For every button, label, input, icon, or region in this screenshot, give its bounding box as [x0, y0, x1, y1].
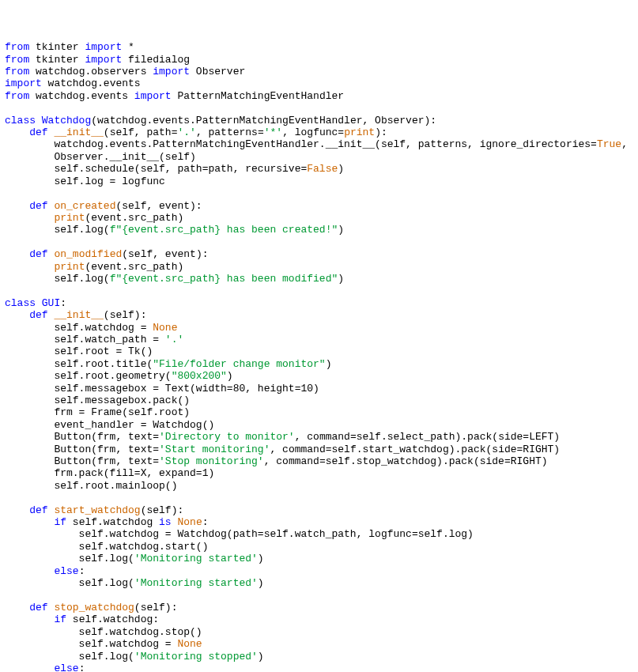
code-line[interactable]: self.watchdog = None: [5, 322, 633, 334]
code-line[interactable]: if self.watchdog is None:: [5, 516, 633, 528]
code-token: "File/folder change monitor": [153, 358, 325, 370]
code-token: ): [313, 383, 319, 395]
code-token: :: [79, 565, 85, 577]
code-token: 'Stop monitoring': [159, 455, 264, 467]
code-line[interactable]: self.watchdog = None: [5, 638, 633, 650]
code-line[interactable]: self.root.geometry("800x200"): [5, 370, 633, 382]
code-token: frm = Frame(self.root): [5, 406, 190, 418]
code-line[interactable]: self.log('Monitoring stopped'): [5, 651, 633, 663]
code-token: def: [29, 602, 54, 613]
code-line[interactable]: [5, 102, 633, 114]
code-line[interactable]: def start_watchdog(self):: [5, 504, 633, 516]
code-line[interactable]: from watchdog.observers import Observer: [5, 66, 633, 77]
code-token: def: [29, 126, 54, 138]
code-line[interactable]: def on_modified(self, event):: [5, 248, 633, 260]
code-line[interactable]: class GUI:: [5, 297, 633, 309]
code-line[interactable]: class Watchdog(watchdog.events.PatternMa…: [5, 115, 633, 126]
code-token: print: [54, 261, 85, 273]
code-token: event_handler = Watchdog(): [5, 419, 214, 431]
code-line[interactable]: Button(frm, text='Directory to monitor',…: [5, 431, 633, 443]
code-token: , patterns=: [196, 126, 264, 138]
code-line[interactable]: self.messagebox = Text(width=80, height=…: [5, 383, 633, 395]
code-line[interactable]: frm.pack(fill=X, expand=1): [5, 467, 633, 479]
code-line[interactable]: from tkinter import *: [5, 41, 633, 53]
code-token: tkinter: [29, 41, 85, 53]
code-line[interactable]: self.schedule(self, path=path, recursive…: [5, 163, 633, 175]
code-token: PatternMatchingEventHandler: [172, 90, 344, 102]
code-token: def: [29, 309, 54, 321]
code-line[interactable]: import watchdog.events: [5, 77, 633, 89]
code-line[interactable]: [5, 187, 633, 199]
code-line[interactable]: [5, 236, 633, 248]
code-line[interactable]: self.log(f"{event.src_path} has been cre…: [5, 224, 633, 236]
code-token: , command=self.stop_watchdog).pack(side=…: [264, 455, 548, 467]
code-line[interactable]: self.watchdog.stop(): [5, 626, 633, 638]
code-line[interactable]: self.messagebox.pack(): [5, 395, 633, 406]
code-line[interactable]: self.root.mainloop(): [5, 480, 633, 492]
code-token: self.watchdog = Watchdog(path=self.watch…: [5, 528, 474, 540]
code-token: ): [258, 577, 264, 589]
code-token: False: [307, 163, 338, 175]
code-line[interactable]: self.log('Monitoring started'): [5, 553, 633, 564]
code-line[interactable]: else:: [5, 663, 633, 672]
code-token: None: [177, 516, 202, 528]
code-line[interactable]: [5, 590, 633, 602]
code-line[interactable]: self.watchdog.start(): [5, 541, 633, 553]
code-line[interactable]: else:: [5, 565, 633, 577]
code-token: [5, 248, 29, 260]
code-line[interactable]: Observer.__init__(self): [5, 151, 633, 163]
code-line[interactable]: from tkinter import filedialog: [5, 54, 633, 66]
code-token: class: [5, 297, 42, 309]
code-token: import: [85, 54, 122, 66]
code-line[interactable]: Button(frm, text='Stop monitoring', comm…: [5, 455, 633, 467]
code-token: [5, 212, 54, 224]
code-line[interactable]: self.watchdog = Watchdog(path=self.watch…: [5, 528, 633, 540]
code-token: "800x200": [172, 370, 227, 382]
code-token: __init__: [54, 309, 103, 321]
code-line[interactable]: def stop_watchdog(self):: [5, 602, 633, 613]
code-line[interactable]: def on_created(self, event):: [5, 200, 633, 212]
code-token: ,: [621, 138, 628, 150]
code-token: frm.pack(fill=X, expand=: [5, 467, 202, 479]
code-token: '.': [177, 126, 195, 138]
code-token: is: [159, 516, 172, 528]
code-token: self.log(: [5, 553, 134, 564]
code-line[interactable]: self.log = logfunc: [5, 176, 633, 187]
code-token: self.root.title(: [5, 358, 153, 370]
code-token: self.watchdog =: [5, 322, 153, 334]
code-token: import: [5, 77, 42, 89]
code-line[interactable]: self.watch_path = '.': [5, 334, 633, 345]
code-token: self.watchdog:: [66, 613, 159, 625]
code-token: from: [5, 41, 29, 53]
code-token: 'Directory to monitor': [159, 431, 295, 443]
code-line[interactable]: [5, 492, 633, 504]
code-token: [5, 261, 54, 273]
code-line[interactable]: print(event.src_path): [5, 212, 633, 224]
code-line[interactable]: event_handler = Watchdog(): [5, 419, 633, 431]
code-token: watchdog.observers: [29, 66, 153, 77]
code-token: (self, event):: [122, 248, 208, 260]
code-line[interactable]: self.root.title("File/folder change moni…: [5, 358, 633, 370]
code-token: if: [54, 516, 66, 528]
code-line[interactable]: print(event.src_path): [5, 261, 633, 273]
code-line[interactable]: self.root = Tk(): [5, 345, 633, 357]
code-token: self.watchdog.stop(): [5, 626, 202, 638]
code-token: self.watch_path =: [5, 334, 165, 345]
code-line[interactable]: if self.watchdog:: [5, 613, 633, 625]
code-line[interactable]: def __init__(self):: [5, 309, 633, 321]
code-line[interactable]: self.log(f"{event.src_path} has been mod…: [5, 273, 633, 285]
code-line[interactable]: Button(frm, text='Start monitoring', com…: [5, 444, 633, 455]
code-token: , command=self.start_watchdog).pack(side…: [270, 444, 560, 455]
code-line[interactable]: def __init__(self, path='.', patterns='*…: [5, 126, 633, 138]
code-token: tkinter: [29, 54, 85, 66]
code-token: self.log(: [5, 651, 134, 663]
code-token: watchdog.events.PatternMatchingEventHand…: [5, 138, 597, 150]
code-line[interactable]: watchdog.events.PatternMatchingEventHand…: [5, 138, 633, 150]
code-token: stop_watchdog: [54, 602, 134, 613]
code-editor[interactable]: from tkinter import *from tkinter import…: [5, 41, 633, 672]
code-line[interactable]: frm = Frame(self.root): [5, 406, 633, 418]
code-line[interactable]: [5, 285, 633, 296]
code-token: self.log(: [5, 273, 110, 285]
code-line[interactable]: self.log('Monitoring started'): [5, 577, 633, 589]
code-line[interactable]: from watchdog.events import PatternMatch…: [5, 90, 633, 102]
